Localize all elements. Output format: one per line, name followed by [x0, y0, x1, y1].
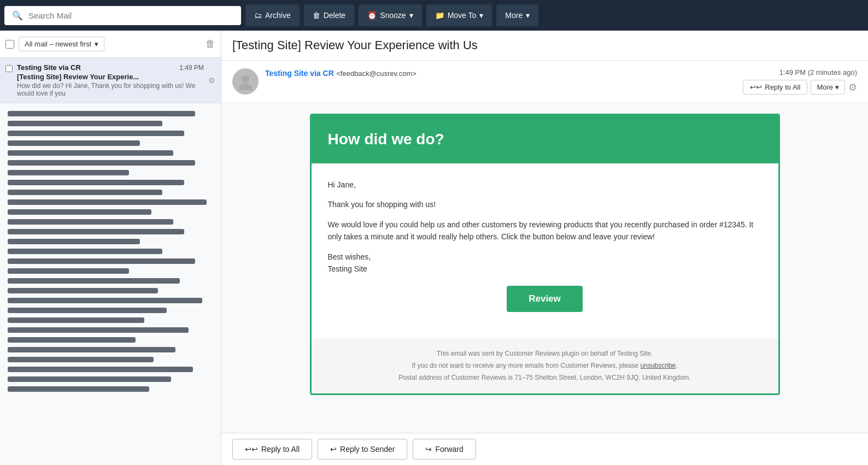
email-body: How did we do? Hi Jane, Thank you for sh… [221, 103, 868, 433]
bottom-forward-icon: ↪ [425, 445, 432, 454]
email-greeting: Hi Jane, [328, 179, 762, 191]
review-button[interactable]: Review [507, 286, 583, 312]
email-body1: Thank you for shopping with us! [328, 198, 762, 210]
email-card-headline: How did we do? [328, 131, 762, 148]
select-all-checkbox[interactable] [5, 40, 14, 49]
footer-line3: Postal address of Customer Reviews is 71… [328, 372, 762, 384]
trash-icon[interactable]: 🗑 [206, 38, 215, 50]
sort-label: All mail – newest first [25, 40, 91, 48]
blurred-mail-list [0, 103, 221, 465]
email-time: 1:49 PM (2 minutes ago) [743, 68, 857, 76]
blurred-row [8, 199, 207, 205]
snooze-button[interactable]: ⏰ Snooze ▾ [359, 4, 421, 26]
blurred-row [8, 347, 175, 352]
blurred-row [8, 219, 173, 225]
blurred-row [8, 357, 154, 362]
email-actions: ↩↩ Reply to All More ▾ ⚙ [743, 80, 857, 95]
archive-label: Archive [265, 11, 291, 20]
sender-info: Testing Site via CR <feedback@cusrev.com… [265, 68, 736, 78]
email-detail: [Testing Site] Review Your Experience wi… [221, 31, 868, 465]
blurred-row [8, 150, 173, 156]
blurred-row [8, 140, 140, 146]
bottom-reply-all-button[interactable]: ↩↩ Reply to All [232, 439, 312, 460]
blurred-row [8, 288, 158, 293]
delete-button[interactable]: 🗑 Delete [304, 4, 354, 26]
email-more-chevron-icon: ▾ [835, 83, 839, 91]
svg-point-1 [239, 84, 252, 90]
gear-icon[interactable]: ⚙ [208, 76, 215, 85]
footer-line2: If you do not want to receive any more e… [328, 360, 762, 372]
blurred-row [8, 367, 193, 372]
reply-all-icon: ↩↩ [750, 83, 762, 91]
blurred-row [8, 317, 144, 323]
blurred-row [8, 386, 149, 392]
reply-all-label: Reply to All [765, 83, 800, 91]
blurred-row [8, 170, 129, 175]
mail-time: 1:49 PM [179, 64, 204, 72]
blurred-row [8, 308, 167, 313]
mail-subject: [Testing Site] Review Your Experie... [17, 73, 204, 81]
search-icon: 🔍 [12, 10, 23, 21]
more-label: More [505, 11, 523, 20]
bottom-reply-sender-icon: ↩ [330, 445, 337, 454]
more-button[interactable]: More ▾ [496, 4, 538, 26]
email-header-row: Testing Site via CR <feedback@cusrev.com… [221, 61, 868, 103]
blurred-row [8, 160, 195, 166]
unsubscribe-link[interactable]: unsubscribe [641, 362, 676, 369]
snooze-chevron-icon: ▾ [409, 11, 413, 20]
archive-icon: 🗂 [254, 11, 262, 20]
email-bottom-bar: ↩↩ Reply to All ↩ Reply to Sender ↪ Forw… [221, 433, 868, 465]
email-more-button[interactable]: More ▾ [811, 80, 845, 95]
snooze-icon: ⏰ [367, 11, 377, 20]
blurred-row [8, 376, 171, 382]
blurred-row [8, 131, 184, 136]
bottom-forward-button[interactable]: ↪ Forward [413, 439, 476, 460]
blurred-row [8, 239, 140, 244]
sender-email: <feedback@cusrev.com> [336, 69, 417, 78]
snooze-label: Snooze [380, 11, 406, 20]
blurred-row [8, 111, 195, 116]
bottom-reply-all-icon: ↩↩ [245, 445, 258, 454]
email-card-body: Hi Jane, Thank you for shopping with us!… [312, 163, 778, 338]
blurred-row [8, 121, 162, 126]
blurred-row [8, 229, 184, 234]
bottom-reply-all-label: Reply to All [261, 445, 300, 454]
mail-list-header: All mail – newest first ▾ 🗑 [0, 31, 221, 58]
email-signoff: Best wishes, Testing Site [328, 251, 762, 275]
blurred-row [8, 258, 195, 264]
move-to-button[interactable]: 📁 Move To ▾ [426, 4, 492, 26]
bottom-forward-label: Forward [435, 445, 463, 454]
email-card-footer: This email was sent by Customer Reviews … [312, 338, 778, 393]
avatar [232, 68, 259, 95]
blurred-row [8, 337, 136, 343]
mail-item[interactable]: Testing Site via CR 1:49 PM [Testing Sit… [0, 58, 221, 103]
blurred-row [8, 180, 184, 185]
search-input[interactable] [28, 11, 233, 20]
bottom-reply-sender-label: Reply to Sender [340, 445, 395, 454]
reply-all-button[interactable]: ↩↩ Reply to All [743, 80, 807, 95]
blurred-row [8, 298, 202, 303]
email-meta: 1:49 PM (2 minutes ago) ↩↩ Reply to All … [743, 68, 857, 95]
top-toolbar: 🔍 🗂 Archive 🗑 Delete ⏰ Snooze ▾ 📁 Move T… [0, 0, 868, 31]
main-layout: All mail – newest first ▾ 🗑 Testing Site… [0, 31, 868, 465]
sort-dropdown[interactable]: All mail – newest first ▾ [19, 37, 104, 51]
footer-line1: This email was sent by Customer Reviews … [328, 348, 762, 360]
move-to-label: Move To [448, 11, 477, 20]
email-title: [Testing Site] Review Your Experience wi… [232, 38, 857, 52]
archive-button[interactable]: 🗂 Archive [245, 4, 300, 26]
email-card-header: How did we do? [312, 115, 778, 163]
email-title-bar: [Testing Site] Review Your Experience wi… [221, 31, 868, 61]
blurred-row [8, 268, 129, 274]
mail-preview: How did we do? Hi Jane, Thank you for sh… [17, 82, 204, 97]
email-settings-icon[interactable]: ⚙ [848, 81, 857, 93]
search-box[interactable]: 🔍 [4, 6, 241, 25]
email-body2: We would love if you could help us and o… [328, 219, 762, 243]
move-to-chevron-icon: ▾ [479, 11, 483, 20]
mail-list: All mail – newest first ▾ 🗑 Testing Site… [0, 31, 221, 465]
email-card: How did we do? Hi Jane, Thank you for sh… [310, 114, 780, 395]
blurred-row [8, 249, 162, 254]
email-more-label: More [817, 83, 833, 91]
bottom-reply-sender-button[interactable]: ↩ Reply to Sender [318, 439, 407, 460]
delete-label: Delete [324, 11, 345, 20]
item-checkbox[interactable] [5, 65, 13, 72]
